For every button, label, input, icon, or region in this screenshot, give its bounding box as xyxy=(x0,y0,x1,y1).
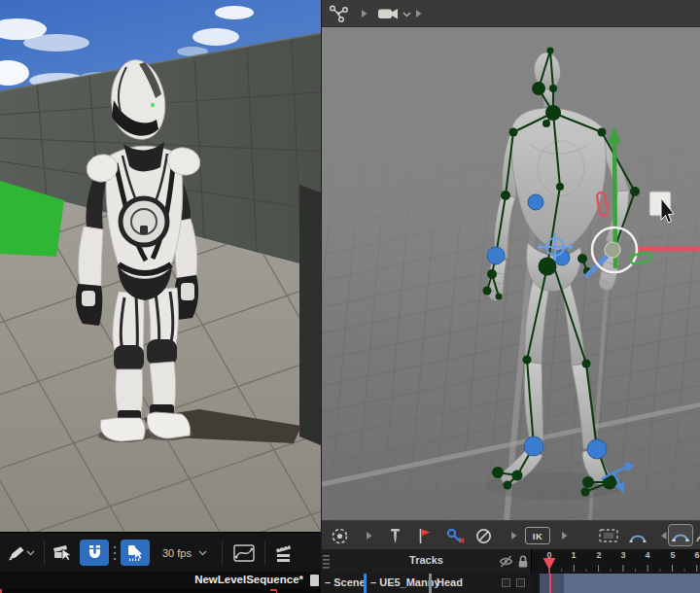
toolbar-expand-arrow[interactable] xyxy=(416,10,422,17)
ruler-tick-label: 6 xyxy=(694,550,699,560)
toolbar-divider xyxy=(222,541,223,565)
target-settings-icon xyxy=(331,527,349,545)
tween-arc-partial-icon xyxy=(695,530,700,542)
clapper-cursor-button[interactable] xyxy=(52,533,74,573)
animation-viewport[interactable] xyxy=(322,27,700,520)
dots-vertical-icon xyxy=(113,545,117,561)
sequencer-mini-toolbar: 30 fps xyxy=(0,532,321,573)
chevron-down-icon xyxy=(198,550,207,556)
level-viewport[interactable] xyxy=(0,0,321,532)
expand-arrow[interactable] xyxy=(511,521,517,550)
sequencer-button[interactable] xyxy=(275,533,297,573)
camera-dropdown[interactable] xyxy=(402,12,411,17)
track-range-body xyxy=(564,574,700,593)
track-checkbox[interactable] xyxy=(516,578,525,587)
tween-selected-button[interactable] xyxy=(668,524,693,546)
key-delete-icon xyxy=(446,528,466,544)
keyframe-pencil-dropdown[interactable] xyxy=(26,533,35,573)
sequence-name-strip: NewLevelSequence* xyxy=(0,572,321,589)
ruler-tick-label: 3 xyxy=(620,550,625,560)
tween-arc-icon xyxy=(629,530,647,542)
track-color-bar-gray xyxy=(429,574,432,593)
tracks-header: Tracks xyxy=(322,549,531,574)
tween-arc-selected-icon xyxy=(672,529,689,541)
ik-mode-button[interactable]: IK xyxy=(525,527,550,544)
curve-editor-icon xyxy=(233,543,255,563)
camera-button[interactable] xyxy=(378,6,400,21)
arrow-right-icon xyxy=(367,532,372,540)
scene-track-item[interactable]: – Scene xyxy=(325,576,366,588)
fps-dropdown[interactable] xyxy=(198,533,207,573)
track-label: Head xyxy=(437,576,463,588)
pin-icon xyxy=(388,528,402,544)
viewport-top-toolbar xyxy=(322,0,700,27)
magnet-snap-button[interactable] xyxy=(80,540,109,566)
expand-arrow[interactable] xyxy=(562,521,568,550)
expand-dash: – xyxy=(370,576,376,588)
snap-keys-icon xyxy=(127,544,144,562)
marquee-select-icon xyxy=(599,529,618,542)
curve-editor-button[interactable] xyxy=(233,533,255,573)
fps-selector[interactable]: 30 fps xyxy=(162,533,192,573)
tween-button[interactable] xyxy=(629,521,647,550)
control-rig-panel: IK xyxy=(321,0,700,593)
ruler-tick-label: 4 xyxy=(645,550,649,560)
arrow-right-icon xyxy=(362,10,368,17)
red-bracket-mark xyxy=(276,589,278,593)
sequence-name[interactable]: NewLevelSequence* xyxy=(194,574,303,585)
track-range-start xyxy=(540,574,564,593)
level-scene xyxy=(0,0,321,532)
playhead-line[interactable] xyxy=(549,574,551,593)
flag-button[interactable] xyxy=(418,521,432,550)
toolbar-divider xyxy=(264,541,265,565)
level-viewport-panel: 30 fps xyxy=(0,0,321,593)
track-lane[interactable] xyxy=(531,574,700,593)
chevron-down-icon xyxy=(26,550,35,556)
tween-prev-arrow[interactable] xyxy=(661,521,667,550)
clipped-panel-sliver xyxy=(0,589,321,593)
expand-dash: – xyxy=(325,576,331,588)
eye-slash-icon[interactable] xyxy=(499,555,513,568)
clapper-cursor-icon xyxy=(52,544,74,561)
keyframe-pencil-button[interactable] xyxy=(7,533,26,573)
no-entry-icon xyxy=(475,528,492,544)
rig-hierarchy-button[interactable] xyxy=(329,5,350,22)
marquee-select-button[interactable] xyxy=(599,521,618,550)
track-label: Scene xyxy=(333,576,365,588)
ruler-tick-label: 5 xyxy=(670,550,675,560)
arrow-right-icon xyxy=(562,532,568,540)
arrow-right-icon xyxy=(511,532,517,540)
sequencer-icon xyxy=(275,544,297,562)
track-outliner-row: – Scene – UE5_Manny Head xyxy=(322,574,700,593)
unreal-editor-window: 30 fps xyxy=(0,0,700,593)
head-track-item[interactable]: Head xyxy=(437,576,463,588)
toolbar-expand-arrow[interactable] xyxy=(362,10,368,17)
track-color-bar-blue xyxy=(364,574,367,593)
arrow-left-icon xyxy=(661,532,667,540)
flag-icon xyxy=(418,528,432,544)
camera-icon xyxy=(378,6,400,21)
pin-button[interactable] xyxy=(388,521,402,550)
ruler-tick-label: 1 xyxy=(571,550,576,560)
chevron-down-icon xyxy=(402,12,411,17)
no-entry-button[interactable] xyxy=(475,521,492,550)
lock-icon[interactable] xyxy=(517,554,529,569)
snap-options-dots[interactable] xyxy=(113,533,117,573)
delete-key-button[interactable] xyxy=(446,521,466,550)
keyframe-pencil-icon xyxy=(7,545,26,561)
track-checkbox[interactable] xyxy=(502,578,510,587)
tween-next-partial[interactable] xyxy=(695,521,700,550)
tracks-header-row: Tracks xyxy=(322,549,700,574)
ruler-tick-label: 0 xyxy=(546,550,551,560)
expand-arrow[interactable] xyxy=(367,521,372,550)
track-outliner: – Scene – UE5_Manny Head xyxy=(322,574,531,593)
timeline-ruler[interactable]: 0 1 2 3 4 5 6 xyxy=(531,549,700,574)
arrow-right-icon xyxy=(416,10,422,17)
rig-scene xyxy=(322,27,700,520)
toolbar-divider xyxy=(44,541,45,565)
fps-label: 30 fps xyxy=(162,547,192,559)
red-range-mark xyxy=(0,589,2,593)
snap-keys-button[interactable] xyxy=(121,540,150,566)
anim-settings-button[interactable] xyxy=(331,521,349,550)
sequence-strip-handle[interactable] xyxy=(310,575,319,586)
